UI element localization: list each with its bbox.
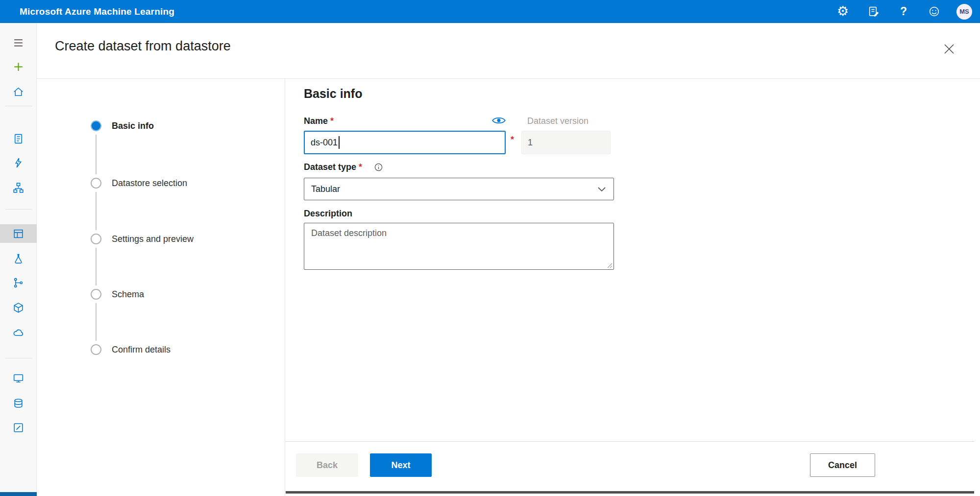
dataset-version-input[interactable] <box>521 131 611 154</box>
step-indicator <box>91 234 101 244</box>
horizontal-scrollbar[interactable] <box>286 491 974 494</box>
text-caret <box>339 136 340 149</box>
next-button[interactable]: Next <box>370 453 432 477</box>
dataset-type-dropdown[interactable]: Tabular <box>304 178 614 200</box>
name-input[interactable]: ds-001 <box>304 131 506 154</box>
dataset-type-value: Tabular <box>311 184 340 194</box>
endpoints-cloud-icon <box>12 327 24 339</box>
sidebar-divider <box>5 209 32 210</box>
form-heading: Basic info <box>304 87 362 101</box>
datastores-database-icon <box>12 397 24 409</box>
chevron-down-icon <box>598 187 606 192</box>
stepper-connector <box>96 248 97 285</box>
feedback-form-icon <box>867 5 880 18</box>
hamburger-menu-icon <box>12 37 24 49</box>
step-datastore-selection[interactable]: Datastore selection <box>37 174 187 192</box>
create-dataset-dialog: Create dataset from datastore Basic info… <box>37 23 980 496</box>
footer-divider <box>286 441 974 442</box>
avatar-initials: MS <box>959 8 969 15</box>
smiley-icon <box>928 5 940 18</box>
close-button[interactable] <box>942 42 956 56</box>
step-indicator <box>91 344 101 355</box>
step-label: Schema <box>112 289 144 300</box>
step-label: Basic info <box>112 121 154 131</box>
sidebar-item-compute[interactable] <box>0 369 37 387</box>
dataset-version-label: Dataset version <box>527 116 588 126</box>
sidebar-item-datastores[interactable] <box>0 394 37 412</box>
designer-icon <box>12 182 24 194</box>
info-icon[interactable] <box>374 163 383 172</box>
step-confirm-details[interactable]: Confirm details <box>37 341 171 358</box>
help-button[interactable]: ? <box>896 4 911 20</box>
topbar: Microsoft Azure Machine Learning ⚙ ? <box>0 0 980 23</box>
sidebar-new-button[interactable] <box>0 57 37 76</box>
plus-icon <box>12 61 24 73</box>
account-avatar[interactable]: MS <box>956 4 972 20</box>
step-basic-info[interactable]: Basic info <box>37 117 154 135</box>
stepper-connector <box>96 192 97 230</box>
sidebar-item-datasets[interactable] <box>0 224 37 243</box>
feedback-button[interactable] <box>865 4 881 20</box>
cancel-button[interactable]: Cancel <box>810 453 875 477</box>
models-cube-icon <box>12 302 24 314</box>
step-indicator <box>91 178 101 189</box>
home-icon <box>12 86 24 98</box>
sidebar-item-home[interactable] <box>0 82 37 101</box>
stepper-connector <box>96 303 97 341</box>
info-glyph-icon <box>374 163 383 172</box>
automated-ml-icon <box>12 157 24 169</box>
gear-icon: ⚙ <box>837 5 849 18</box>
sidebar-menu-button[interactable] <box>0 33 37 52</box>
name-label-text: Name <box>304 116 328 126</box>
eye-glyph-icon <box>491 115 506 126</box>
dataset-type-label: Dataset type* <box>304 162 383 172</box>
dialog-body: Basic info Datastore selection Settings … <box>37 78 980 496</box>
sidebar-item-notebooks[interactable] <box>0 129 37 148</box>
dialog-header: Create dataset from datastore <box>37 23 980 78</box>
description-textarea[interactable] <box>304 223 614 270</box>
help-icon: ? <box>900 5 907 18</box>
settings-button[interactable]: ⚙ <box>835 4 851 20</box>
step-indicator-current <box>91 120 101 131</box>
step-label: Confirm details <box>112 345 171 355</box>
step-indicator <box>91 289 101 300</box>
eye-icon[interactable] <box>491 115 506 128</box>
step-settings-and-preview[interactable]: Settings and preview <box>37 230 194 248</box>
back-button[interactable]: Back <box>296 453 358 477</box>
required-asterisk: * <box>330 116 334 126</box>
description-label: Description <box>304 209 352 219</box>
close-icon <box>944 44 955 54</box>
compute-monitor-icon <box>12 372 24 384</box>
step-label: Datastore selection <box>112 178 187 189</box>
sidebar-item-data-labeling[interactable] <box>0 418 37 437</box>
dialog-title: Create dataset from datastore <box>55 39 231 54</box>
smiley-feedback-button[interactable] <box>926 4 942 20</box>
experiments-flask-icon <box>12 253 24 265</box>
step-label: Settings and preview <box>112 234 194 244</box>
sidebar-item-pipelines[interactable] <box>0 273 37 292</box>
sidebar-divider <box>5 106 32 106</box>
sidebar-item-automated-ml[interactable] <box>0 153 37 172</box>
step-schema[interactable]: Schema <box>37 285 144 303</box>
sidebar-divider <box>5 358 32 358</box>
wizard-stepper: Basic info Datastore selection Settings … <box>37 79 285 496</box>
basic-info-form: Basic info Name* ds-001 * Dataset versio… <box>286 79 980 496</box>
pipelines-icon <box>12 277 24 289</box>
datasets-icon <box>12 228 24 240</box>
required-asterisk: * <box>359 162 362 172</box>
description-field-wrap <box>304 223 614 270</box>
sidebar-item-experiments[interactable] <box>0 249 37 268</box>
sidebar-item-endpoints[interactable] <box>0 323 37 342</box>
name-label: Name* <box>304 116 334 126</box>
required-asterisk: * <box>511 135 514 145</box>
dataset-type-label-text: Dataset type <box>304 162 356 172</box>
sidebar-item-models[interactable] <box>0 298 37 317</box>
resize-handle-icon[interactable] <box>607 263 612 268</box>
app-title: Microsoft Azure Machine Learning <box>20 6 174 17</box>
notebooks-icon <box>12 133 24 145</box>
sidebar-bottom-strip <box>0 492 37 496</box>
sidebar-item-designer[interactable] <box>0 178 37 197</box>
sidebar <box>0 23 37 496</box>
topbar-actions: ⚙ ? MS <box>835 4 972 20</box>
stepper-connector <box>96 135 97 174</box>
